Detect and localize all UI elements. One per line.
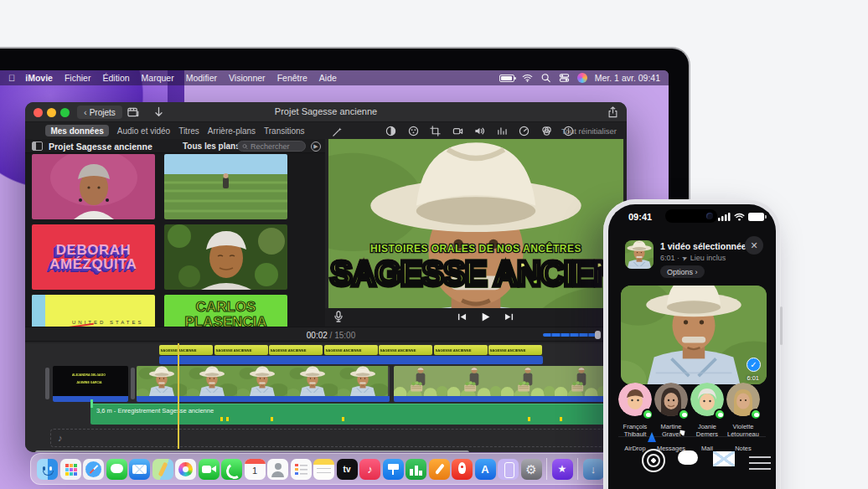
filters-icon[interactable] bbox=[541, 126, 552, 136]
credits-clip[interactable]: ALEJANDRA DELGADO JASMINE GARCIA ALEJAND… bbox=[53, 366, 128, 402]
audio-clip[interactable]: 3,6 m - Enregistrement Sagesse ancienne bbox=[90, 404, 623, 425]
dock-music-icon[interactable] bbox=[359, 459, 380, 480]
window-titlebar[interactable]: ‹Projets Projet Sagesse ancienne bbox=[25, 102, 627, 122]
selected-checkmark-icon[interactable]: ✓ bbox=[747, 358, 761, 372]
menu-visionner[interactable]: Visionner bbox=[229, 73, 266, 83]
color-correction-icon[interactable] bbox=[408, 126, 419, 136]
microphone-icon[interactable] bbox=[333, 311, 344, 323]
menu-fenetre[interactable]: Fenêtre bbox=[277, 73, 307, 83]
title-clip[interactable]: SAGESSE ANCIENNE bbox=[379, 345, 432, 355]
search-field[interactable] bbox=[237, 141, 306, 152]
contact-violette[interactable]: VioletteLétourneau bbox=[725, 383, 762, 438]
zoom-slider-knob[interactable] bbox=[595, 331, 601, 339]
control-center-icon[interactable] bbox=[559, 73, 570, 83]
stabilization-icon[interactable] bbox=[452, 126, 463, 136]
tab-audio-video[interactable]: Audio et vidéo bbox=[117, 126, 170, 136]
share-target-airdrop[interactable]: AirDrop bbox=[617, 442, 654, 452]
contact-joanie[interactable]: JoanieDemers bbox=[689, 383, 726, 438]
menu-imovie[interactable]: iMovie bbox=[25, 73, 53, 83]
filter-play-icon[interactable]: ▶ bbox=[311, 142, 321, 152]
menu-marquer[interactable]: Marquer bbox=[142, 73, 174, 83]
dock-appletv-icon[interactable]: tv bbox=[337, 459, 358, 480]
dock-facetime-icon[interactable] bbox=[199, 459, 220, 480]
dock-phone-icon[interactable] bbox=[221, 459, 242, 480]
dock-system-settings-icon[interactable] bbox=[521, 459, 542, 480]
title-clip[interactable]: SAGESSE ANCIENNE bbox=[434, 345, 488, 355]
timeline-scrollbar[interactable] bbox=[35, 450, 469, 452]
dock-contacts-icon[interactable] bbox=[267, 459, 288, 480]
menu-fichier[interactable]: Fichier bbox=[65, 73, 91, 83]
title-card-deborah[interactable]: DEBORAH AMÉZQUITA bbox=[32, 224, 155, 290]
avatar[interactable] bbox=[654, 404, 688, 419]
enhance-wand-icon[interactable] bbox=[332, 126, 343, 141]
timeline-zoom-slider[interactable] bbox=[543, 333, 598, 337]
menu-clock[interactable]: Mer. 1 avr. 09:41 bbox=[595, 73, 660, 83]
dock-rocket-app-icon[interactable] bbox=[452, 459, 473, 480]
dock-numbers-icon[interactable] bbox=[406, 459, 426, 480]
video-preview[interactable]: HISTOIRES ORALES DE NOS ANCÊTRES SAGESSE… bbox=[328, 139, 623, 308]
title-clip[interactable]: SAGESSE ANCIENNE bbox=[214, 345, 268, 355]
main-video-clip[interactable] bbox=[137, 366, 390, 402]
title-clip[interactable]: SAGESSE ANCIENNE bbox=[159, 345, 213, 355]
menu-aide[interactable]: Aide bbox=[319, 73, 337, 83]
share-icon[interactable] bbox=[607, 106, 618, 118]
dock-mail-icon[interactable] bbox=[129, 459, 150, 480]
dock-imovie-icon[interactable] bbox=[552, 459, 573, 480]
search-input[interactable] bbox=[251, 142, 301, 151]
clip-trim-handle[interactable] bbox=[131, 368, 135, 399]
share-target-messages[interactable]: Messages bbox=[653, 442, 690, 452]
share-target-mail[interactable]: Mail bbox=[689, 442, 726, 452]
contact-francois[interactable]: FrançoisThibault bbox=[617, 383, 654, 438]
dock-photos-icon[interactable] bbox=[175, 459, 196, 480]
avatar[interactable] bbox=[726, 404, 760, 419]
volume-icon[interactable] bbox=[474, 126, 485, 136]
title-clips-row[interactable]: SAGESSE ANCIENNE SAGESSE ANCIENNE SAGESS… bbox=[159, 345, 543, 355]
selected-video-preview[interactable]: ✓ 6:01 bbox=[621, 286, 767, 384]
timeline[interactable]: SAGESSE ANCIENNE SAGESSE ANCIENNE SAGESS… bbox=[25, 343, 627, 452]
iphone-side-button[interactable] bbox=[780, 306, 783, 345]
dock-notes-icon[interactable] bbox=[313, 459, 334, 480]
tab-titres[interactable]: Titres bbox=[178, 126, 199, 136]
title-clip[interactable]: SAGESSE ANCIENNE bbox=[488, 345, 542, 355]
clip-thumbnail-elder-woman[interactable] bbox=[164, 224, 287, 290]
sidebar-toggle-icon[interactable] bbox=[32, 142, 43, 151]
play-icon[interactable] bbox=[480, 311, 491, 322]
playhead[interactable] bbox=[178, 343, 179, 449]
dock-messages-icon[interactable] bbox=[106, 459, 127, 480]
title-clip[interactable]: SAGESSE ANCIENNE bbox=[324, 345, 378, 355]
siri-icon[interactable] bbox=[577, 73, 587, 83]
crop-icon[interactable] bbox=[430, 126, 441, 136]
options-button[interactable]: Options › bbox=[660, 265, 705, 278]
close-share-sheet-button[interactable]: ✕ bbox=[745, 236, 763, 255]
menu-modifier[interactable]: Modifier bbox=[186, 73, 217, 83]
clip-thumbnail-farm-field[interactable] bbox=[164, 154, 287, 219]
background-music-well[interactable]: ♪ bbox=[50, 429, 607, 447]
dock-reminders-icon[interactable] bbox=[291, 459, 312, 480]
clip-trim-handle[interactable] bbox=[45, 368, 49, 399]
reset-all-button[interactable]: Tout réinitialiser bbox=[561, 126, 617, 136]
dock-safari-icon[interactable] bbox=[83, 459, 104, 480]
dock-launchpad-icon[interactable] bbox=[60, 459, 81, 480]
skip-forward-icon[interactable] bbox=[504, 312, 514, 322]
dock-appstore-icon[interactable] bbox=[475, 459, 496, 480]
avatar[interactable] bbox=[690, 404, 724, 419]
contact-martine[interactable]: MartineGravel bbox=[653, 383, 690, 438]
search-icon[interactable] bbox=[540, 73, 551, 83]
color-balance-icon[interactable] bbox=[385, 126, 396, 136]
dock-downloads-icon[interactable] bbox=[583, 459, 604, 480]
title-clip[interactable]: SAGESSE ANCIENNE bbox=[269, 345, 323, 355]
garden-video-clip[interactable] bbox=[394, 366, 623, 402]
avatar[interactable] bbox=[618, 404, 652, 419]
tab-transitions[interactable]: Transitions bbox=[264, 126, 305, 136]
dock-finder-icon[interactable] bbox=[37, 459, 58, 480]
noise-reduction-icon[interactable] bbox=[497, 126, 508, 136]
dock-pages-icon[interactable] bbox=[429, 459, 450, 480]
wifi-icon[interactable] bbox=[522, 73, 533, 83]
share-target-notes[interactable]: Notes bbox=[725, 442, 762, 452]
tab-arriere-plans[interactable]: Arrière-plans bbox=[208, 126, 256, 136]
menu-edition[interactable]: Édition bbox=[102, 73, 129, 83]
battery-icon[interactable] bbox=[499, 75, 514, 82]
dock-calendar-icon[interactable]: 1 bbox=[245, 459, 266, 480]
dock-iphone-mirroring-icon[interactable] bbox=[498, 459, 519, 480]
dock-keynote-icon[interactable] bbox=[383, 459, 404, 480]
